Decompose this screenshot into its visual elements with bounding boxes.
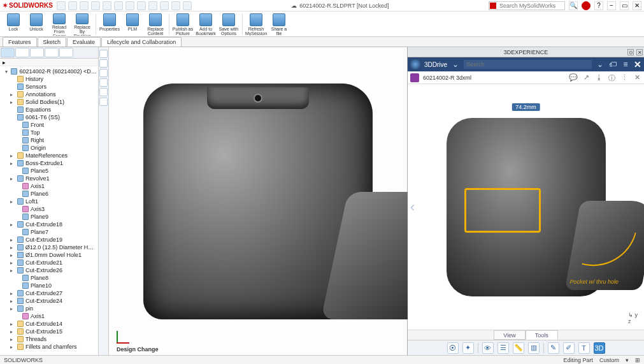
file-close-icon[interactable]: ✕ [633, 73, 641, 82]
side-tool-6-icon[interactable] [99, 98, 108, 106]
tree-node[interactable]: ▸Cut-Extrude18 [3, 221, 97, 228]
qat-options-icon[interactable] [148, 1, 157, 10]
expand-icon[interactable]: ▸ [10, 306, 15, 312]
visibility-icon[interactable]: 👁 [482, 342, 494, 354]
ribbon-cmd-reload-from-server[interactable]: Reload From Server [48, 12, 70, 36]
ribbon-cmd-save-with-options[interactable]: Save with Options [218, 12, 240, 36]
tree-node[interactable]: Sensors [3, 83, 97, 91]
pen-icon[interactable]: ✐ [563, 342, 575, 354]
side-tool-5-icon[interactable] [99, 88, 108, 96]
highlight-icon[interactable]: ✎ [548, 342, 559, 354]
viewer-model[interactable] [447, 118, 606, 296]
ribbon-cmd-share-a-file[interactable]: Share a file [268, 12, 290, 36]
section-icon[interactable]: ▥ [528, 342, 540, 354]
tree-node[interactable]: Front [3, 121, 97, 129]
tree-node[interactable]: ▸MateReferences [3, 152, 97, 159]
expand-icon[interactable]: ▸ [10, 252, 15, 258]
tree-node[interactable]: Equations [3, 106, 97, 113]
ribbon-cmd-add-to-bookmark[interactable]: Add to Bookmark [195, 12, 217, 36]
expand-icon[interactable]: ▸ [10, 176, 15, 182]
tree-tab-display-icon[interactable] [59, 48, 73, 57]
viewer-prev-button[interactable]: ‹ [410, 199, 415, 215]
qat-misc3-icon[interactable] [183, 1, 192, 10]
tree-node[interactable]: ▸Ø1.0mm Dowel Hole1 [3, 251, 97, 259]
expand-icon[interactable]: ▸ [10, 199, 15, 205]
notification-icon[interactable] [582, 1, 590, 10]
restore-button[interactable]: ▭ [620, 1, 629, 10]
model-geometry[interactable] [143, 84, 373, 319]
download-icon[interactable]: ⭳ [594, 73, 603, 82]
xpanel-pin-icon[interactable]: ⊙ [627, 49, 634, 55]
qat-select-icon[interactable] [125, 1, 134, 10]
tag-icon[interactable]: 🏷 [608, 60, 617, 69]
ribbon-cmd-properties[interactable]: Properties [99, 12, 120, 36]
chevron-down-icon[interactable]: ⌄ [596, 60, 605, 69]
status-unit-icon[interactable]: ⊞ [635, 357, 640, 363]
close-button[interactable]: ✕ [633, 1, 641, 10]
measure-icon[interactable]: 📏 [513, 342, 524, 354]
expand-icon[interactable]: ▸ [10, 92, 15, 98]
status-chevron-icon[interactable]: ▾ [626, 357, 629, 363]
tab-evaluate[interactable]: Evaluate [67, 37, 101, 47]
minimize-button[interactable]: − [607, 1, 616, 10]
tree-tab-dim-icon[interactable] [45, 48, 59, 57]
tree-node[interactable]: ▸Cut-Extrude27 [3, 289, 97, 297]
tree-node[interactable]: ▸Revolve1 [3, 175, 97, 182]
qat-redo-icon[interactable] [114, 1, 123, 10]
ribbon-cmd-unlock[interactable]: Unlock [25, 12, 47, 36]
tree-node[interactable]: Top [3, 129, 97, 136]
expand-icon[interactable]: ▸ [10, 298, 15, 304]
fit-all-icon[interactable]: ⦿ [447, 342, 459, 354]
qat-rebuild-icon[interactable] [137, 1, 146, 10]
viewer-tab-tools[interactable]: Tools [526, 330, 558, 340]
tree-node[interactable]: ▸Cut-Extrude26 [3, 266, 97, 274]
tree-node[interactable]: ▸Loft1 [3, 198, 97, 205]
ribbon-cmd-refresh-mysession[interactable]: Refresh MySession [245, 12, 267, 36]
tree-node[interactable]: Axis3 [3, 205, 97, 213]
tree-node[interactable]: ▸Cut-Extrude14 [3, 320, 97, 328]
ribbon-cmd-publish-as-picture[interactable]: Publish as Picture [172, 12, 194, 36]
3dplay-viewer[interactable]: 74.2mm ‹ › Pocket w/ thru hole ↳ yz [408, 84, 644, 330]
expand-icon[interactable]: ▸ [10, 153, 15, 159]
expand-icon[interactable]: ▸ [10, 222, 15, 228]
tree-node[interactable]: Right [3, 136, 97, 144]
qat-new-icon[interactable] [57, 1, 66, 10]
help-icon[interactable]: ? [594, 1, 603, 10]
expand-icon[interactable]: ▸ [10, 344, 15, 350]
viewer-tab-view[interactable]: View [494, 330, 525, 340]
menu-icon[interactable]: ≡ [621, 60, 630, 69]
tree-tab-property-icon[interactable] [15, 48, 29, 57]
more-icon[interactable]: ⋮ [620, 73, 629, 82]
tree-node[interactable]: ▸Fillets and chamfers [3, 343, 97, 351]
tree-node[interactable]: Plane6 [3, 190, 97, 198]
tree-node[interactable]: ▸Ø12.0 (12.5) Diameter Hole1 [3, 244, 97, 251]
tree-node[interactable]: ▸Boss-Extrude1 [3, 159, 97, 167]
tree-tab-feature-icon[interactable] [1, 48, 15, 57]
expand-icon[interactable]: ▸ [10, 268, 15, 273]
info-icon[interactable]: ⓘ [607, 73, 616, 82]
tree-node[interactable]: History [3, 75, 97, 83]
chevron-down-icon[interactable]: ⌄ [451, 60, 460, 69]
expand-icon[interactable]: ▸ [10, 337, 15, 342]
tab-features[interactable]: Features [3, 37, 37, 47]
ribbon-cmd-replace-content[interactable]: Replace Content [145, 12, 166, 36]
tree-node[interactable]: ▸Cut-Extrude19 [3, 236, 97, 244]
tree-node[interactable]: Axis1 [3, 312, 97, 320]
tree-node[interactable]: Plane8 [3, 274, 97, 282]
magnify-icon[interactable]: 🔍 [569, 1, 578, 10]
tree-node[interactable]: ▸Cut-Extrude21 [3, 259, 97, 266]
expand-icon[interactable]: ▸ [10, 291, 15, 296]
xbar-close-button[interactable]: ✕ [634, 59, 641, 69]
tree-node[interactable]: ▸Threads [3, 335, 97, 343]
tree-node[interactable]: ▸Cut-Extrude15 [3, 328, 97, 335]
tab-lifecycle-and-collaboration[interactable]: Lifecycle and Collaboration [101, 37, 182, 47]
ribbon-cmd-replace-by-revision[interactable]: Replace By Revision [71, 12, 93, 36]
tree-node[interactable]: ▸pin [3, 305, 97, 312]
tree-node[interactable]: Origin [3, 144, 97, 152]
3d-toggle-icon[interactable]: 3D [594, 342, 605, 354]
tree-node[interactable]: ▸Cut-Extrude24 [3, 297, 97, 305]
expand-icon[interactable]: ▸ [10, 260, 15, 266]
side-tool-3-icon[interactable] [99, 69, 108, 77]
side-tool-4-icon[interactable] [99, 78, 108, 87]
ribbon-cmd-lock[interactable]: Lock [3, 12, 24, 36]
